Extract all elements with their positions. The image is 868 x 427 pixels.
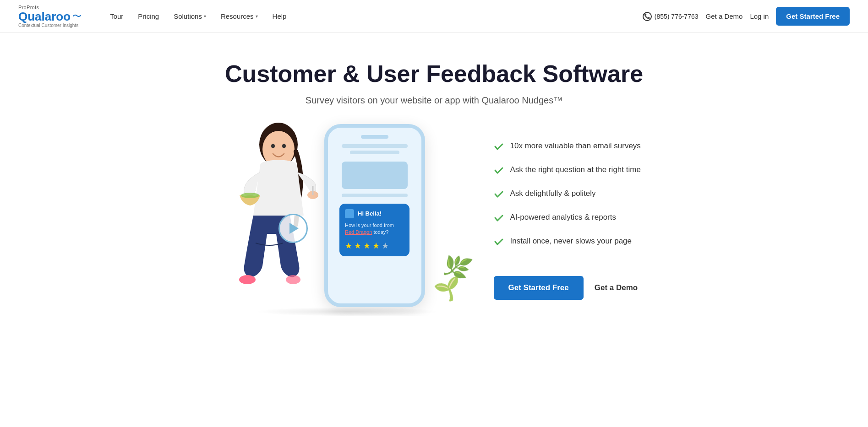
check-icon-4 [494,213,504,223]
nudge-card: Hi Bella! How is your food from Red Drag… [339,204,409,256]
hero-section: Customer & User Feedback Software Survey… [0,33,868,316]
nav-right: 📞 (855) 776-7763 Get a Demo Log in Get S… [643,7,850,26]
svg-point-3 [282,144,286,148]
star-2[interactable]: ★ [354,241,361,251]
feature-text-1: 10x more valuable than email surveys [510,141,641,151]
phone-frame: Hi Bella! How is your food from Red Drag… [324,124,425,307]
nav-help[interactable]: Help [266,9,293,24]
nav-resources[interactable]: Resources ▾ [214,9,264,24]
check-icon-1 [494,141,504,151]
person-illustration [219,106,338,316]
star-3[interactable]: ★ [363,241,371,251]
navigation: ProProfs Qualaroo 〜 Contextual Customer … [0,0,868,33]
nav-tour[interactable]: Tour [104,9,130,24]
nav-cta-button[interactable]: Get Started Free [776,7,850,26]
leaf-decoration-2: 🌱 [432,275,464,305]
nudge-avatar [345,209,354,218]
phone-content-rect [342,162,408,189]
nav-solutions[interactable]: Solutions ▾ [167,9,213,24]
nav-links: Tour Pricing Solutions ▾ Resources ▾ Hel… [104,9,643,24]
check-icon-2 [494,165,504,175]
play-button[interactable] [278,214,308,243]
phone-line-3 [342,194,408,197]
hero-cta-secondary[interactable]: Get a Demo [595,283,638,292]
phone-illustration: Hi Bella! How is your food from Red Drag… [219,124,475,316]
phone-notch [361,135,388,139]
hero-content: Hi Bella! How is your food from Red Drag… [159,124,709,316]
fish-icon: 〜 [72,10,82,22]
svg-point-2 [271,144,275,148]
qualaroo-wordmark: Qualaroo [18,11,71,22]
nudge-header: Hi Bella! [345,209,404,218]
nav-demo-link[interactable]: Get a Demo [706,12,743,20]
hero-title: Customer & User Feedback Software [225,60,643,88]
check-icon-3 [494,189,504,199]
feature-text-2: Ask the right question at the right time [510,164,641,175]
feature-item-2: Ask the right question at the right time [494,164,650,175]
svg-point-9 [286,275,300,284]
nav-pricing[interactable]: Pricing [131,9,165,24]
star-5[interactable]: ★ [382,241,389,251]
nudge-stars[interactable]: ★ ★ ★ ★ ★ [345,241,404,251]
tagline: Contextual Customer Insights [18,23,82,28]
feature-text-3: Ask delightfully & politely [510,188,596,199]
phone-line-1 [342,144,408,148]
feature-text-4: AI-powered analytics & reports [510,212,617,223]
chevron-down-icon: ▾ [256,14,258,19]
check-icon-5 [494,237,504,247]
feature-text-5: Install once, never slows your page [510,236,632,247]
logo-link[interactable]: ProProfs Qualaroo 〜 Contextual Customer … [18,5,82,28]
hero-cta-group: Get Started Free Get a Demo [494,276,650,300]
phone-link[interactable]: 📞 (855) 776-7763 [643,12,699,21]
feature-item-1: 10x more valuable than email surveys [494,141,650,151]
nudge-greeting: Hi Bella! [358,210,382,217]
nav-login-link[interactable]: Log in [750,12,769,20]
svg-point-8 [239,275,256,284]
phone-icon: 📞 [643,12,652,21]
play-icon [289,223,299,234]
hero-subtitle: Survey visitors on your website or app w… [306,95,562,106]
features-list: 10x more valuable than email surveys Ask… [494,141,650,300]
star-4[interactable]: ★ [372,241,380,251]
feature-item-3: Ask delightfully & politely [494,188,650,199]
phone-line-2 [350,151,399,154]
star-1[interactable]: ★ [345,241,352,251]
feature-item-5: Install once, never slows your page [494,236,650,247]
nudge-question: How is your food from Red Dragon today? [345,222,404,236]
hero-cta-primary[interactable]: Get Started Free [494,276,584,300]
svg-point-5 [241,193,259,198]
chevron-down-icon: ▾ [204,14,206,19]
feature-item-4: AI-powered analytics & reports [494,212,650,223]
ground-shadow [256,307,439,316]
